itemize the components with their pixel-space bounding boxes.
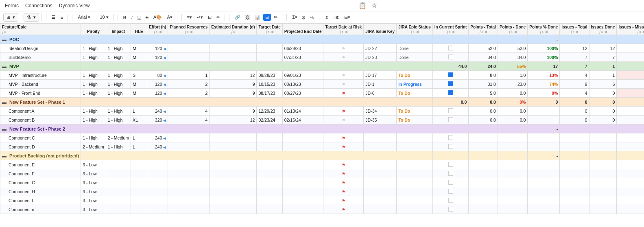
in-sprint-checkbox[interactable] <box>448 180 453 185</box>
in-sprint-checkbox[interactable] <box>448 144 453 149</box>
in-sprint-checkbox[interactable] <box>448 81 453 86</box>
bold-btn[interactable]: B <box>121 14 129 21</box>
planned-cell <box>168 133 210 142</box>
in-sprint-cell[interactable] <box>432 80 468 89</box>
decimal-dec-btn[interactable]: .0 <box>323 14 330 21</box>
risk-cell: ⚑ <box>323 196 364 205</box>
issues-missing-cell <box>617 169 644 178</box>
chart-btn[interactable]: 📊 <box>253 14 262 21</box>
font-size[interactable]: 10 ▾ <box>98 14 110 21</box>
in-sprint-checkbox[interactable] <box>448 135 453 140</box>
text-color-btn[interactable]: A▾ <box>165 14 174 21</box>
flag-icon: ⚑ <box>342 91 345 96</box>
table-row: Component A 1 - High 1 - High L 240 ◀ 4 … <box>0 107 644 116</box>
issues-missing-cell: 0 <box>617 53 644 62</box>
in-sprint-cell[interactable] <box>432 71 468 80</box>
in-sprint-checkbox[interactable] <box>448 46 453 50</box>
in-sprint-checkbox[interactable] <box>448 162 453 167</box>
nav-connections[interactable]: Connections <box>25 3 52 9</box>
target-date-cell <box>257 142 282 151</box>
filter-button[interactable]: ⚗ ▾ <box>24 13 39 22</box>
in-sprint-cell[interactable] <box>432 133 468 142</box>
issues-total-cell: 12 <box>560 44 589 53</box>
effort-cell: 120 ◀ <box>147 53 168 62</box>
comma-btn[interactable]: , <box>317 14 322 21</box>
in-sprint-checkbox[interactable] <box>448 171 453 176</box>
pts-pct-cell <box>528 107 560 116</box>
jira-key-cell <box>364 178 397 187</box>
in-sprint-cell[interactable] <box>432 44 468 53</box>
in-sprint-checkbox[interactable] <box>448 90 453 95</box>
pts-total-cell: 5.0 <box>469 89 498 98</box>
in-sprint-cell[interactable] <box>432 116 468 124</box>
in-sprint-checkbox[interactable] <box>448 117 453 122</box>
in-sprint-cell[interactable] <box>432 53 468 62</box>
dollar-btn[interactable]: $ <box>300 14 307 21</box>
in-sprint-cell[interactable] <box>432 187 468 196</box>
in-sprint-cell[interactable] <box>432 160 468 169</box>
feature-name: Component C <box>0 133 81 142</box>
in-sprint-checkbox[interactable] <box>448 55 453 59</box>
link-btn[interactable]: 🔗 <box>233 14 242 21</box>
target-date-cell <box>257 205 282 214</box>
in-sprint-checkbox[interactable] <box>448 207 453 212</box>
pencil-btn[interactable]: ✏ <box>214 14 222 21</box>
impact-cell: 1 - High <box>106 116 131 124</box>
nav-dynamic-view[interactable]: Dynamic View <box>59 3 90 9</box>
col-header-pts-pct: Points % Doneƒx ◀ <box>528 24 560 35</box>
wrap-btn[interactable]: ↵▾ <box>195 14 205 21</box>
fill-color-btn[interactable]: A🎨 <box>151 14 164 21</box>
sigma-btn[interactable]: Σ▾ <box>290 14 299 21</box>
grid-view-button[interactable]: ⊞ ▾ <box>3 13 18 22</box>
nav-forms[interactable]: Forms <box>5 3 19 9</box>
projected-date-cell <box>282 160 323 169</box>
pts-total-cell <box>469 142 498 151</box>
grid-settings-btn[interactable]: ⊞▾ <box>342 14 352 21</box>
strikethrough-btn[interactable]: S <box>144 14 151 21</box>
flag-icon: ⚑ <box>342 136 345 140</box>
col-header-planned: Planned Resourcesƒx ◀ <box>168 24 210 35</box>
font-select[interactable]: Arial ▾ <box>76 14 92 21</box>
list-btn[interactable]: ☰ <box>50 14 58 21</box>
in-sprint-cell[interactable] <box>432 169 468 178</box>
in-sprint-cell[interactable] <box>432 205 468 214</box>
star-icon[interactable]: ☆ <box>371 2 377 9</box>
view-chevron: ▾ <box>13 15 15 20</box>
in-sprint-cell[interactable] <box>432 142 468 151</box>
underline-btn[interactable]: U <box>135 14 143 21</box>
in-sprint-checkbox[interactable] <box>448 189 453 194</box>
hle-cell: L <box>131 107 147 116</box>
collapse-icon[interactable]: ▬ <box>2 153 7 158</box>
in-sprint-cell[interactable] <box>432 107 468 116</box>
main-table: Feature/Epicƒx Piroity Impact HLE Effort… <box>0 24 644 214</box>
in-sprint-cell[interactable] <box>432 89 468 98</box>
align-btn[interactable]: ≡▾ <box>185 14 194 21</box>
merge-btn[interactable]: ⊡ <box>206 14 214 21</box>
issues-missing-cell <box>617 133 644 142</box>
percent-btn[interactable]: % <box>308 14 316 21</box>
table-btn[interactable]: ⊞ <box>263 14 271 21</box>
decimal-inc-btn[interactable]: .00 <box>331 14 341 21</box>
in-sprint-checkbox[interactable] <box>448 108 453 113</box>
issues-total-cell <box>560 133 589 142</box>
planned-cell: 1 <box>168 71 210 80</box>
italic-btn[interactable]: I <box>129 14 135 21</box>
table-row: Build/Demo 1 - High 1 - High M 120 ◀ 07/… <box>0 53 644 62</box>
edit-btn[interactable]: ✏ <box>272 14 279 21</box>
group-label: ▬ New Feature Set - Phase 2 <box>0 124 81 133</box>
collapse-icon[interactable]: ▬ <box>2 37 7 42</box>
collapse-icon[interactable]: ▬ <box>2 127 7 131</box>
group-label: ▬ Product Backlog (not prioritized) <box>0 151 81 160</box>
jira-status-cell: To Do <box>397 107 433 116</box>
in-sprint-cell[interactable] <box>432 196 468 205</box>
group-row: ▬ New Feature Set - Phase 1 0.0 0.0 0% 0… <box>0 98 644 107</box>
risk-cell: ⚑ <box>323 169 364 178</box>
collapse-icon[interactable]: ▬ <box>2 100 7 105</box>
in-sprint-checkbox[interactable] <box>448 72 453 77</box>
issues-total-cell: 0 <box>560 116 589 124</box>
list-indent-btn[interactable]: ≡ <box>59 14 65 21</box>
collapse-icon[interactable]: ▬ <box>2 64 7 69</box>
in-sprint-checkbox[interactable] <box>448 198 453 203</box>
image-btn[interactable]: 🖼 <box>243 14 252 21</box>
in-sprint-cell[interactable] <box>432 178 468 187</box>
